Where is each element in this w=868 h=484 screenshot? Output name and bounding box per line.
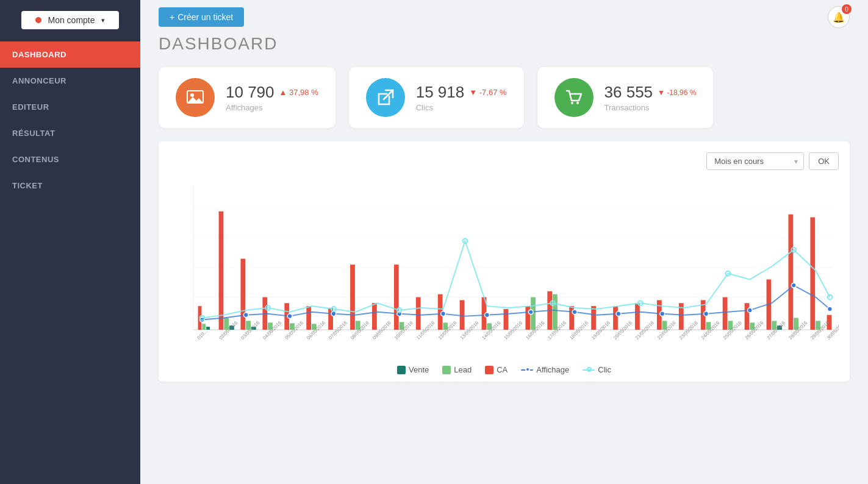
svg-point-70 bbox=[441, 311, 446, 316]
stat-info-clics: 15 918 ▼ -7,67 % Clics bbox=[416, 83, 507, 112]
svg-rect-28 bbox=[350, 265, 355, 330]
stat-info-transactions: 36 555 ▼ -18,96 % Transactions bbox=[604, 83, 697, 112]
stat-value-transactions: 36 555 ▼ -18,96 % bbox=[604, 83, 697, 102]
account-button[interactable]: Mon compte ▾ bbox=[21, 11, 119, 29]
legend-affichage-label: Affichage bbox=[536, 365, 569, 374]
svg-point-78 bbox=[791, 283, 796, 288]
ok-button[interactable]: OK bbox=[809, 152, 839, 170]
svg-rect-55 bbox=[745, 303, 750, 330]
svg-point-73 bbox=[572, 310, 577, 315]
svg-point-76 bbox=[704, 311, 709, 316]
chart-area: Mois en cours Mois précédent 3 derniers … bbox=[159, 141, 850, 382]
plus-icon: + bbox=[170, 12, 174, 22]
notification-icon[interactable]: 🔔 0 bbox=[828, 6, 850, 28]
bell-icon: 🔔 bbox=[833, 12, 845, 23]
svg-rect-45 bbox=[591, 306, 596, 330]
stat-cards: 10 790 ▲ 37,98 % Affichages bbox=[159, 67, 850, 128]
sidebar-item-contenus[interactable]: Contenus bbox=[0, 146, 140, 173]
stat-delta-affichages: ▲ 37,98 % bbox=[279, 88, 318, 97]
stat-card-transactions: 36 555 ▼ -18,96 % Transactions bbox=[537, 67, 714, 128]
svg-rect-33 bbox=[416, 297, 421, 330]
stat-icon-clics bbox=[366, 78, 405, 117]
legend-ca: CA bbox=[485, 365, 508, 374]
stat-info-affichages: 10 790 ▲ 37,98 % Affichages bbox=[226, 83, 318, 112]
svg-point-66 bbox=[243, 313, 248, 318]
chart-svg-container: 010... 02/05/2016 03/05/2016 04/05/2016 … bbox=[170, 176, 839, 359]
sidebar: Mon compte ▾ Dashboard Annonceur Editeur… bbox=[0, 0, 140, 484]
legend-lead-color bbox=[442, 366, 451, 374]
stat-icon-transactions bbox=[554, 78, 594, 117]
svg-rect-36 bbox=[460, 300, 465, 330]
legend-clic-label: Clic bbox=[598, 365, 611, 374]
svg-point-75 bbox=[660, 311, 665, 316]
svg-rect-18 bbox=[240, 258, 245, 329]
period-select[interactable]: Mois en cours Mois précédent 3 derniers … bbox=[706, 152, 804, 170]
chart-legend: Vente Lead CA Affichage bbox=[170, 365, 839, 374]
legend-vente: Vente bbox=[397, 365, 429, 374]
stat-card-clics: 15 918 ▼ -7,67 % Clics bbox=[349, 67, 524, 128]
chevron-down-icon: ▾ bbox=[101, 16, 105, 24]
account-label: Mon compte bbox=[48, 15, 95, 25]
svg-point-79 bbox=[828, 307, 833, 311]
notification-badge: 0 bbox=[842, 4, 852, 14]
legend-vente-color bbox=[397, 366, 406, 374]
svg-rect-43 bbox=[553, 294, 558, 330]
topbar: + Créer un ticket 🔔 0 bbox=[140, 0, 868, 34]
sidebar-item-resultat[interactable]: Résultat bbox=[0, 120, 140, 146]
legend-lead: Lead bbox=[442, 365, 472, 374]
svg-point-71 bbox=[484, 313, 489, 318]
sidebar-item-ticket[interactable]: Ticket bbox=[0, 173, 140, 199]
legend-ca-label: CA bbox=[497, 365, 508, 374]
page-title: DASHBOARD bbox=[159, 34, 850, 54]
svg-point-74 bbox=[616, 311, 621, 316]
sidebar-item-dashboard[interactable]: Dashboard bbox=[0, 41, 140, 68]
svg-rect-60 bbox=[788, 215, 793, 330]
svg-rect-25 bbox=[306, 306, 311, 330]
svg-rect-14 bbox=[206, 327, 210, 330]
stat-delta-clics: ▼ -7,67 % bbox=[469, 88, 506, 97]
stat-value-affichages: 10 790 ▲ 37,98 % bbox=[226, 83, 318, 102]
stat-label-transactions: Transactions bbox=[604, 103, 697, 112]
legend-clic: Clic bbox=[583, 365, 611, 374]
svg-rect-39 bbox=[504, 309, 509, 330]
content-area: DASHBOARD 10 790 ▲ 37,98 % bbox=[140, 34, 868, 394]
sidebar-nav: Dashboard Annonceur Editeur Résultat Con… bbox=[0, 41, 140, 199]
svg-point-77 bbox=[747, 308, 752, 313]
svg-point-67 bbox=[287, 314, 292, 319]
svg-point-1 bbox=[190, 93, 194, 97]
chart-controls: Mois en cours Mois précédent 3 derniers … bbox=[170, 152, 839, 170]
svg-point-72 bbox=[528, 310, 533, 315]
svg-rect-31 bbox=[394, 265, 399, 330]
legend-vente-label: Vente bbox=[409, 365, 429, 374]
svg-rect-30 bbox=[372, 303, 377, 330]
stat-value-clics: 15 918 ▼ -7,67 % bbox=[416, 83, 507, 102]
legend-lead-label: Lead bbox=[454, 365, 472, 374]
stat-label-clics: Clics bbox=[416, 103, 507, 112]
period-select-wrap: Mois en cours Mois précédent 3 derniers … bbox=[706, 152, 804, 170]
svg-rect-47 bbox=[635, 303, 640, 330]
svg-point-4 bbox=[571, 102, 573, 104]
stat-icon-affichages bbox=[176, 78, 215, 117]
stat-delta-transactions: ▼ -18,96 % bbox=[658, 88, 696, 97]
svg-line-3 bbox=[384, 90, 393, 99]
svg-point-68 bbox=[331, 311, 336, 316]
sidebar-item-editeur[interactable]: Editeur bbox=[0, 94, 140, 120]
main-content: + Créer un ticket 🔔 0 DASHBOARD bbox=[140, 0, 868, 484]
svg-rect-53 bbox=[723, 297, 728, 330]
legend-affichage: Affichage bbox=[521, 365, 569, 374]
svg-text:010...: 010... bbox=[196, 329, 209, 341]
create-ticket-label: Créer un ticket bbox=[178, 12, 233, 22]
sidebar-item-annonceur[interactable]: Annonceur bbox=[0, 68, 140, 94]
stat-label-affichages: Affichages bbox=[226, 103, 318, 112]
svg-rect-46 bbox=[613, 306, 618, 330]
legend-ca-color bbox=[485, 366, 493, 374]
svg-point-5 bbox=[576, 102, 579, 104]
svg-rect-15 bbox=[219, 212, 224, 330]
stat-card-affichages: 10 790 ▲ 37,98 % Affichages bbox=[159, 67, 335, 128]
svg-rect-62 bbox=[810, 217, 815, 329]
create-ticket-button[interactable]: + Créer un ticket bbox=[159, 7, 244, 27]
chart-svg: 010... 02/05/2016 03/05/2016 04/05/2016 … bbox=[170, 176, 839, 359]
svg-marker-2 bbox=[187, 97, 203, 103]
